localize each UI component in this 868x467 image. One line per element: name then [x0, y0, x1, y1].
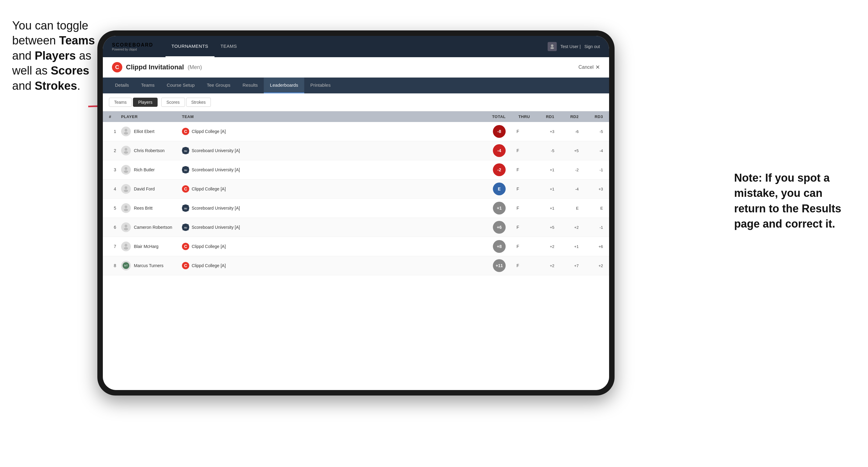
player-cell: Elliot Ebert [121, 127, 182, 136]
team-name: Clippd College [A] [192, 129, 226, 134]
svg-text:MT: MT [124, 264, 128, 267]
col-rd1: RD1 [530, 115, 554, 119]
tournament-header: C Clippd Invitational (Men) Cancel ✕ [103, 57, 609, 77]
rd3-cell: -1 [579, 225, 603, 230]
team-logo: C [182, 185, 189, 193]
svg-text:SU: SU [184, 208, 187, 210]
team-cell: C Clippd College [A] [182, 185, 469, 193]
rank-cell: 6 [109, 225, 121, 230]
table-row[interactable]: 4 David Ford C Clippd College [A] E F +1… [103, 180, 609, 199]
svg-text:SU: SU [184, 150, 187, 152]
total-cell: E [469, 183, 506, 195]
rank-cell: 8 [109, 263, 121, 268]
nav-teams[interactable]: TEAMS [215, 36, 243, 57]
team-logo: C [182, 262, 189, 269]
team-name: Scoreboard University [A] [192, 206, 240, 211]
col-team: TEAM [182, 115, 469, 119]
left-annotation: You can toggle between Teams and Players… [12, 18, 97, 93]
rd1-cell: +5 [530, 225, 554, 230]
cancel-button[interactable]: Cancel ✕ [578, 64, 600, 70]
table-row[interactable]: 8 MT Marcus Turners C Clippd College [A]… [103, 256, 609, 275]
rd1-cell: +2 [530, 244, 554, 249]
team-logo: SU [182, 166, 189, 174]
sub-tab-teams[interactable]: Teams [109, 98, 132, 107]
player-name: David Ford [134, 186, 155, 191]
sign-out-link[interactable]: Sign out [584, 44, 600, 49]
logo-area: SCOREBOARD Powered by clippd [112, 42, 153, 51]
player-avatar: MT [121, 261, 131, 271]
team-cell: C Clippd College [A] [182, 243, 469, 250]
rd3-cell: -4 [579, 149, 603, 153]
sub-tab-players[interactable]: Players [133, 98, 158, 107]
tab-leaderboards[interactable]: Leaderboards [264, 77, 304, 93]
tablet-frame: SCOREBOARD Powered by clippd TOURNAMENTS… [97, 30, 615, 396]
sub-tab-bar: Teams Players Scores Strokes [103, 93, 609, 111]
nav-tournaments[interactable]: TOURNAMENTS [165, 36, 215, 57]
rd2-cell: +7 [554, 263, 579, 268]
tab-printables[interactable]: Printables [304, 77, 337, 93]
table-row[interactable]: 3 Rich Butler SU Scoreboard University [… [103, 160, 609, 180]
thru-cell: F [506, 206, 530, 211]
player-cell: Chris Robertson [121, 146, 182, 155]
rd1-cell: +2 [530, 263, 554, 268]
tab-results[interactable]: Results [237, 77, 264, 93]
total-cell: +11 [469, 259, 506, 272]
team-name: Scoreboard University [A] [192, 167, 240, 172]
player-cell: Cameron Robertson [121, 222, 182, 232]
tab-course-setup[interactable]: Course Setup [161, 77, 201, 93]
table-row[interactable]: 7 Blair McHarg C Clippd College [A] +8 F… [103, 237, 609, 256]
player-name: Rees Britt [134, 206, 152, 211]
table-row[interactable]: 1 Elliot Ebert C Clippd College [A] -8 F… [103, 122, 609, 141]
player-cell: David Ford [121, 184, 182, 194]
rank-cell: 7 [109, 244, 121, 249]
total-cell: +8 [469, 240, 506, 253]
svg-point-24 [124, 247, 128, 249]
tab-details[interactable]: Details [109, 77, 135, 93]
right-annotation: Note: If you spot a mistake, you can ret… [734, 170, 850, 232]
user-avatar-icon [548, 42, 557, 51]
team-cell: SU Scoreboard University [A] [182, 205, 469, 212]
player-cell: Rees Britt [121, 203, 182, 213]
player-cell: Rich Butler [121, 165, 182, 175]
user-label: Test User | [560, 44, 581, 49]
sub-tab-strokes[interactable]: Strokes [186, 98, 211, 107]
tab-tee-groups[interactable]: Tee Groups [201, 77, 237, 93]
col-total: TOTAL [469, 115, 506, 119]
team-name: Scoreboard University [A] [192, 225, 240, 230]
total-badge: +1 [493, 202, 506, 215]
table-row[interactable]: 6 Cameron Robertson SU Scoreboard Univer… [103, 218, 609, 237]
rd2-cell: +2 [554, 225, 579, 230]
rd1-cell: +1 [530, 168, 554, 172]
svg-point-10 [124, 170, 128, 173]
tab-teams[interactable]: Teams [135, 77, 161, 93]
svg-text:SU: SU [184, 169, 187, 171]
table-row[interactable]: 5 Rees Britt SU Scoreboard University [A… [103, 199, 609, 218]
total-badge: -8 [493, 125, 506, 138]
team-name: Clippd College [A] [192, 186, 226, 191]
sub-tab-scores[interactable]: Scores [161, 98, 185, 107]
nav-right: Test User | Sign out [548, 42, 600, 51]
col-player: PLAYER [121, 115, 182, 119]
player-avatar [121, 165, 131, 175]
thru-cell: F [506, 129, 530, 134]
player-name: Blair McHarg [134, 244, 158, 249]
total-badge: +8 [493, 240, 506, 253]
svg-point-19 [125, 225, 127, 227]
rd3-cell: -1 [579, 168, 603, 172]
player-avatar [121, 127, 131, 136]
total-cell: +6 [469, 221, 506, 234]
col-thru: THRU [506, 115, 530, 119]
table-row[interactable]: 2 Chris Robertson SU Scoreboard Universi… [103, 141, 609, 160]
svg-text:SU: SU [184, 227, 187, 229]
rank-cell: 2 [109, 148, 121, 153]
rd1-cell: +1 [530, 187, 554, 191]
svg-point-13 [125, 186, 127, 189]
tournament-title-area: C Clippd Invitational (Men) [112, 62, 202, 72]
tournament-name: Clippd Invitational [126, 63, 184, 71]
tournament-gender: (Men) [188, 64, 202, 70]
player-avatar [121, 242, 131, 251]
team-cell: SU Scoreboard University [A] [182, 224, 469, 231]
player-avatar [121, 203, 131, 213]
rd3-cell: +2 [579, 263, 603, 268]
team-cell: C Clippd College [A] [182, 128, 469, 135]
